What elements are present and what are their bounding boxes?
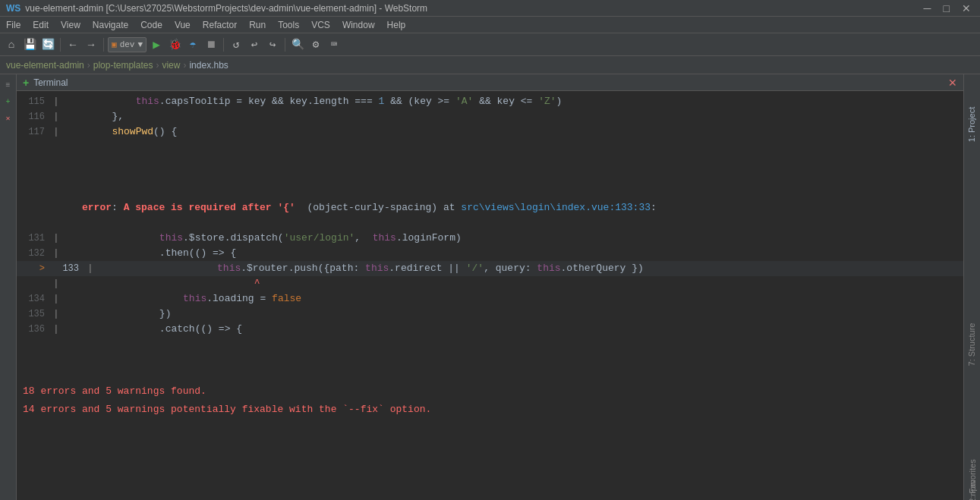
terminal-header: + Terminal ✕ [17, 74, 963, 91]
line-number-134: 134 [17, 291, 51, 307]
line-number-132: 132 [17, 246, 51, 261]
code-line-117: 117 | showPwd() { [17, 124, 963, 140]
toolbar-save[interactable]: 💾 [21, 36, 38, 53]
menu-bar: File Edit View Navigate Code Vue Refacto… [0, 17, 980, 33]
toolbar: ⌂ 💾 🔄 ← → ▣ dev ▼ ▶ 🐞 ☂ ⏹ ↺ ↩ ↪ 🔍 ⚙ ⌨ [0, 33, 980, 56]
line-content-blank4 [17, 337, 963, 352]
line-content-blank3 [61, 170, 963, 185]
toolbar-sep4 [285, 38, 285, 52]
menu-tools[interactable]: Tools [272, 17, 305, 33]
title-bar-controls: ─ □ ✕ [921, 2, 974, 14]
menu-file[interactable]: File [0, 17, 27, 33]
summary-errors: 18 errors and 5 warnings found. [17, 382, 963, 401]
sidebar-label-project[interactable]: 1: Project [968, 107, 977, 142]
breadcrumb-sep1: › [87, 60, 90, 71]
sidebar-label-structure[interactable]: 7: Structure [968, 323, 977, 366]
content-area: + Terminal ✕ 115 | this.capsTooltip = ke… [17, 74, 963, 500]
maximize-button[interactable]: □ [941, 2, 953, 14]
line-number-131: 131 [17, 231, 51, 246]
error-header-content: error: A space is required after '{' (ob… [23, 185, 957, 231]
line-content-blank5 [17, 352, 963, 367]
code-line-blank2 [17, 155, 963, 170]
menu-help[interactable]: Help [381, 17, 412, 33]
menu-refactor[interactable]: Refactor [197, 17, 243, 33]
menu-view[interactable]: View [55, 17, 87, 33]
terminal-close-button[interactable]: ✕ [948, 77, 957, 89]
line-content-blank1 [61, 140, 963, 155]
error-code-line-131: 131 | this.$store.dispatch('user/login',… [17, 231, 963, 246]
line-number-135: 135 [17, 307, 51, 322]
breadcrumb-view[interactable]: view [162, 60, 180, 71]
forward2-button[interactable]: ↪ [264, 36, 281, 53]
editor-area[interactable]: 115 | this.capsTooltip = key && key.leng… [17, 91, 963, 500]
code-line-blank6 [17, 367, 963, 382]
toolbar-sync[interactable]: 🔄 [39, 36, 56, 53]
line-content-134: this.loading = false [61, 291, 963, 307]
run-config-icon: ▣ [112, 39, 117, 49]
run-button[interactable]: ▶ [148, 36, 165, 53]
summary-fixable-text: 14 errors and 5 warnings potentially fix… [23, 404, 431, 415]
toolbar-home[interactable]: ⌂ [3, 36, 20, 53]
minimize-button[interactable]: ─ [921, 2, 934, 14]
menu-code[interactable]: Code [134, 17, 169, 33]
line-content-caret: ^ [61, 276, 963, 291]
line-content-blank6 [17, 367, 963, 382]
sidebar-left-icon3[interactable]: ✕ [1, 111, 16, 126]
summary-errors-text: 18 errors and 5 warnings found. [23, 385, 206, 397]
line-content-116: }, [61, 109, 963, 124]
breadcrumb-plop[interactable]: plop-templates [93, 60, 153, 71]
menu-vue[interactable]: Vue [169, 17, 197, 33]
line-gutter-136: | [51, 322, 61, 337]
line-gutter-115: | [51, 94, 61, 109]
left-sidebar: ≡ + ✕ [0, 74, 17, 500]
close-button[interactable]: ✕ [959, 2, 974, 14]
settings-button[interactable]: ⚙ [307, 36, 324, 53]
line-content-131: this.$store.dispatch('user/login', this.… [61, 231, 963, 246]
error-code-line-135: 135 | }) [17, 307, 963, 322]
error-header-line: error: A space is required after '{' (ob… [17, 185, 963, 231]
line-number-136: 136 [17, 322, 51, 337]
breadcrumb-root[interactable]: vue-element-admin [6, 60, 84, 71]
run-config-dropdown[interactable]: ▣ dev ▼ [108, 37, 147, 52]
debug-button[interactable]: 🐞 [166, 36, 183, 53]
breadcrumb-sep2: › [156, 60, 159, 71]
revert-button[interactable]: ↺ [228, 36, 244, 53]
stop-button[interactable]: ⏹ [203, 36, 219, 53]
revert2-button[interactable]: ↩ [246, 36, 263, 53]
toolbar-forward[interactable]: → [83, 36, 99, 53]
line-gutter-caret: | [51, 276, 61, 291]
sidebar-left-icon2[interactable]: + [1, 94, 16, 109]
terminal-button[interactable]: ⌨ [326, 36, 342, 53]
code-line-blank1 [17, 140, 963, 155]
line-gutter-117: | [51, 124, 61, 140]
line-content-135: }) [61, 307, 963, 322]
menu-vcs[interactable]: VCS [305, 17, 336, 33]
code-line-115: 115 | this.capsTooltip = key && key.leng… [17, 94, 963, 109]
line-content-117: showPwd() { [61, 124, 963, 140]
code-line-116: 116 | }, [17, 109, 963, 124]
code-line-blank5 [17, 352, 963, 367]
menu-window[interactable]: Window [336, 17, 381, 33]
dropdown-arrow: ▼ [137, 40, 143, 49]
line-number-117: 117 [17, 124, 51, 140]
menu-run[interactable]: Run [243, 17, 272, 33]
search-button[interactable]: 🔍 [289, 36, 306, 53]
sidebar-label-npm[interactable]: npm [968, 480, 977, 495]
line-gutter-134: | [51, 291, 61, 307]
breadcrumb-file[interactable]: index.hbs [189, 60, 228, 71]
coverage-button[interactable]: ☂ [184, 36, 201, 53]
right-sidebar: 1: Project 7: Structure 2: Favorites npm [963, 74, 980, 500]
menu-navigate[interactable]: Navigate [87, 17, 134, 33]
menu-edit[interactable]: Edit [27, 17, 55, 33]
line-content-133: this.$router.push({path: this.redirect |… [96, 261, 963, 276]
terminal-label: Terminal [33, 77, 68, 88]
toolbar-back[interactable]: ← [65, 36, 81, 53]
terminal-add-button[interactable]: + [23, 77, 29, 89]
app-icon: WS [6, 3, 20, 14]
sidebar-left-icon1[interactable]: ≡ [1, 77, 16, 93]
line-gutter-132: | [51, 246, 61, 261]
line-content-136: .catch(() => { [61, 322, 963, 337]
error-code-line-136: 136 | .catch(() => { [17, 322, 963, 337]
line-gutter-135: | [51, 307, 61, 322]
toolbar-sep3 [223, 38, 224, 52]
